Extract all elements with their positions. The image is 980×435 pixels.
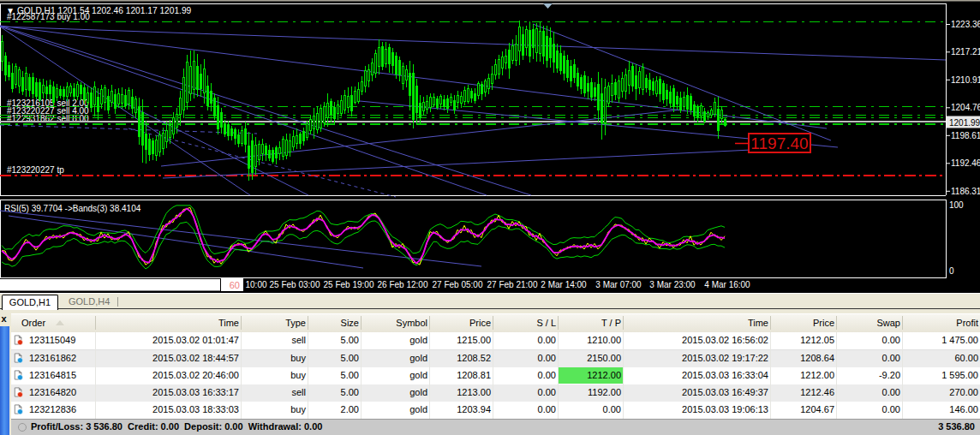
svg-text:1192.46: 1192.46 xyxy=(951,158,980,168)
svg-text:100: 100 xyxy=(949,200,964,210)
svg-text:▼ GOLD,H1 1201.54 1202.46 120: ▼ GOLD,H1 1201.54 1202.46 1201.17 1201.9… xyxy=(6,6,192,15)
svg-text:0: 0 xyxy=(949,266,954,276)
svg-text:1210.91: 1210.91 xyxy=(951,75,980,85)
svg-text:4 Mar 16:00: 4 Mar 16:00 xyxy=(704,280,750,289)
svg-text:1223.36: 1223.36 xyxy=(951,20,980,29)
svg-text:1204.76: 1204.76 xyxy=(951,103,980,112)
svg-text:25 Feb 03:00: 25 Feb 03:00 xyxy=(270,280,320,289)
svg-text:RSI(5) 39.7704 ->Bands(3) 38.: RSI(5) 39.7704 ->Bands(3) 38.4104 xyxy=(4,204,141,213)
svg-text:1198.61: 1198.61 xyxy=(951,131,980,140)
svg-text:1197.40: 1197.40 xyxy=(750,134,808,152)
svg-text:1217.21: 1217.21 xyxy=(951,47,980,57)
svg-text:3 Mar 07:00: 3 Mar 07:00 xyxy=(595,280,642,289)
svg-text:1201.99: 1201.99 xyxy=(949,118,980,128)
svg-text:27 Feb 21:00: 27 Feb 21:00 xyxy=(487,280,538,289)
svg-text:26 Feb 12:00: 26 Feb 12:00 xyxy=(378,280,428,289)
svg-text:10:00: 10:00 xyxy=(245,280,266,289)
svg-text:#123220227 tp: #123220227 tp xyxy=(7,165,64,175)
svg-text:2 Mar 14:00: 2 Mar 14:00 xyxy=(541,280,587,289)
svg-text:25 Feb 19:00: 25 Feb 19:00 xyxy=(324,280,374,289)
svg-text:27 Feb 05:00: 27 Feb 05:00 xyxy=(433,280,483,289)
svg-text:3 Mar 23:00: 3 Mar 23:00 xyxy=(649,280,696,289)
svg-text:60: 60 xyxy=(230,280,240,290)
svg-text:1186.31: 1186.31 xyxy=(951,187,980,196)
